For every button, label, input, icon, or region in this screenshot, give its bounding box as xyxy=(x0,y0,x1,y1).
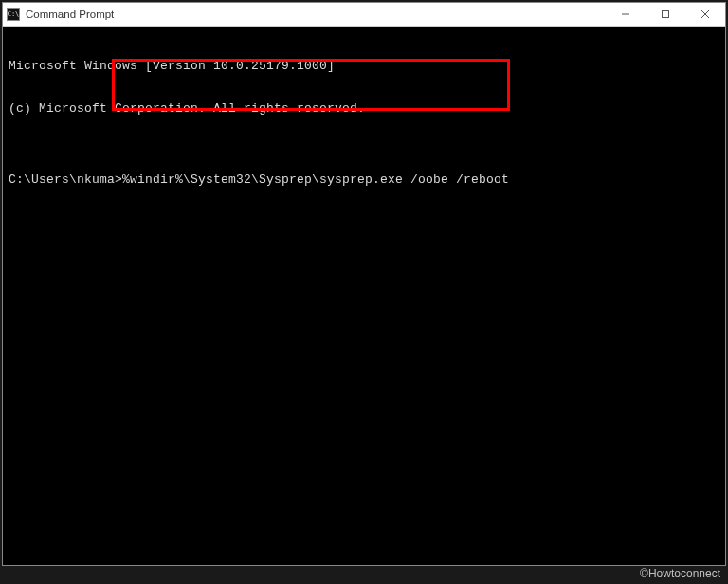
close-button[interactable] xyxy=(685,3,725,26)
maximize-button[interactable] xyxy=(646,3,685,26)
window-controls xyxy=(606,3,725,26)
terminal-area[interactable]: Microsoft Windows [Version 10.0.25179.10… xyxy=(3,27,725,219)
terminal-line: (c) Microsoft Corporation. All rights re… xyxy=(9,101,719,116)
terminal-line: Microsoft Windows [Version 10.0.25179.10… xyxy=(9,59,719,73)
close-icon xyxy=(701,9,710,19)
app-icon: C:\ xyxy=(7,8,20,21)
minimize-icon xyxy=(621,9,630,19)
watermark-text: ©Howtoconnect xyxy=(640,567,720,580)
terminal-prompt: C:\Users\nkuma> xyxy=(9,173,122,187)
maximize-icon xyxy=(661,9,670,19)
titlebar[interactable]: C:\ Command Prompt xyxy=(3,3,725,27)
minimize-button[interactable] xyxy=(606,3,646,26)
command-prompt-window: C:\ Command Prompt Microsoft W xyxy=(2,2,726,566)
svg-rect-1 xyxy=(663,11,669,18)
terminal-command: %windir%\System32\Sysprep\sysprep.exe /o… xyxy=(122,173,509,187)
terminal-prompt-line: C:\Users\nkuma>%windir%\System32\Sysprep… xyxy=(9,173,719,187)
window-title: Command Prompt xyxy=(26,9,114,20)
